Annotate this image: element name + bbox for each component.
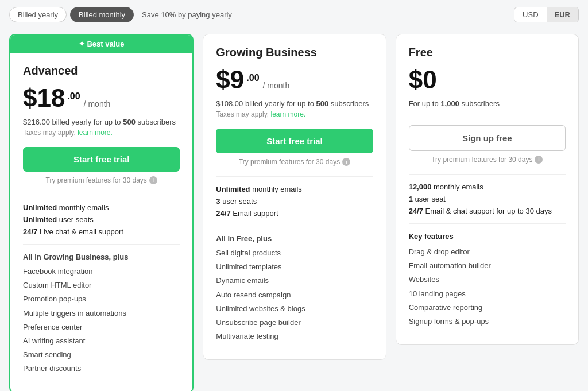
free-key-features-label: Key features xyxy=(409,232,566,241)
free-desc: For up to 1,000 subscribers xyxy=(409,99,566,108)
best-value-label: ✦ Best value xyxy=(79,40,125,48)
free-highlight-1: 1 user seat xyxy=(409,195,566,203)
growing-plan-name: Growing Business xyxy=(216,46,373,59)
growing-price-billed: $108.00 billed yearly for up to 500 subs… xyxy=(216,99,373,108)
list-item: Sell digital products xyxy=(216,246,373,260)
list-item: Email automation builder xyxy=(409,259,566,273)
growing-highlight-0: Unlimited monthly emails xyxy=(216,185,373,193)
free-price-row: $0 xyxy=(409,67,566,92)
list-item: AI writing assistant xyxy=(23,334,180,348)
advanced-price-main: $18 xyxy=(23,86,65,111)
save-note: Save 10% by paying yearly xyxy=(142,10,232,19)
growing-price-main: $9 xyxy=(216,67,244,92)
advanced-billed-strong: 500 xyxy=(123,118,136,126)
growing-features-list: Sell digital products Unlimited template… xyxy=(216,246,373,343)
growing-taxes-text: Taxes may apply, xyxy=(216,110,269,118)
list-item: Signup forms & pop-ups xyxy=(409,315,566,328)
list-item: Preference center xyxy=(23,320,180,334)
list-item: Drag & drop editor xyxy=(409,245,566,259)
advanced-info-icon: i xyxy=(149,176,157,184)
list-item: Facebook integration xyxy=(23,265,180,278)
list-item: Auto resend campaign xyxy=(216,288,373,302)
advanced-price-billed: $216.00 billed yearly for up to 500 subs… xyxy=(23,118,180,126)
free-price-main: $0 xyxy=(409,67,437,92)
growing-cta-button[interactable]: Start free trial xyxy=(216,129,373,153)
advanced-price-cents: .00 xyxy=(67,91,80,102)
growing-price-row: $9 .00 / month xyxy=(216,67,373,92)
growing-learn-more[interactable]: learn more. xyxy=(271,110,306,118)
advanced-billed-suffix: subscribers xyxy=(138,118,176,126)
growing-taxes-note: Taxes may apply, learn more. xyxy=(216,110,373,118)
advanced-plan-body: Advanced $18 .00 / month $216.00 billed … xyxy=(10,53,192,391)
growing-billed-note: $108.00 billed yearly for up to xyxy=(216,99,314,108)
advanced-price-period: / month xyxy=(84,99,111,109)
list-item: Promotion pop-ups xyxy=(23,292,180,306)
advanced-cta-button[interactable]: Start free trial xyxy=(23,147,180,172)
advanced-plan-name: Advanced xyxy=(23,64,180,78)
free-highlights: 12,000 monthly emails 1 user seat 24/7 E… xyxy=(409,183,566,215)
free-trial-note: Try premium features for 30 days i xyxy=(409,156,566,164)
advanced-highlight-0: Unlimited monthly emails xyxy=(23,203,180,212)
advanced-features-list: Facebook integration Custom HTML editor … xyxy=(23,265,180,376)
advanced-taxes-text: Taxes may apply, xyxy=(23,129,76,137)
list-item: 10 landing pages xyxy=(409,287,566,301)
plan-card-free: Free $0 For up to 1,000 subscribers Sign… xyxy=(396,34,579,345)
plan-card-growing: Growing Business $9 .00 / month $108.00 … xyxy=(203,34,386,360)
plan-card-advanced: ✦ Best value Advanced $18 .00 / month $2… xyxy=(9,34,194,391)
best-value-banner: ✦ Best value xyxy=(10,35,192,53)
advanced-highlights: Unlimited monthly emails Unlimited user … xyxy=(23,203,180,236)
growing-plan-body: Growing Business $9 .00 / month $108.00 … xyxy=(203,34,385,359)
growing-trial-note: Try premium features for 30 days i xyxy=(216,158,373,166)
list-item: Multivariate testing xyxy=(216,330,373,343)
list-item: Websites xyxy=(409,273,566,287)
free-highlight-2: 24/7 Email & chat support for up to 30 d… xyxy=(409,207,566,215)
free-info-icon: i xyxy=(535,156,543,164)
list-item: Partner discounts xyxy=(23,362,180,375)
growing-highlight-2: 24/7 Email support xyxy=(216,209,373,218)
advanced-learn-more[interactable]: learn more. xyxy=(78,129,113,137)
list-item: Unlimited websites & blogs xyxy=(216,302,373,316)
list-item: Comparative reporting xyxy=(409,301,566,315)
list-item: Smart sending xyxy=(23,348,180,362)
billing-toggle: Billed yearly Billed monthly Save 10% by… xyxy=(9,7,232,22)
growing-price-cents: .00 xyxy=(246,73,259,83)
growing-billed-suffix: subscribers xyxy=(331,99,369,108)
plans-container: ✦ Best value Advanced $18 .00 / month $2… xyxy=(9,34,579,391)
eur-button[interactable]: EUR xyxy=(547,7,578,22)
advanced-taxes-note: Taxes may apply, learn more. xyxy=(23,129,180,137)
list-item: Unsubscribe page builder xyxy=(216,316,373,330)
advanced-highlight-2: 24/7 Live chat & email support xyxy=(23,227,180,236)
billed-yearly-button[interactable]: Billed yearly xyxy=(9,7,67,22)
growing-info-icon: i xyxy=(342,158,350,166)
list-item: Unlimited templates xyxy=(216,260,373,274)
list-item: Multiple triggers in automations xyxy=(23,307,180,320)
list-item: Dynamic emails xyxy=(216,274,373,288)
top-bar: Billed yearly Billed monthly Save 10% by… xyxy=(9,7,579,22)
usd-button[interactable]: USD xyxy=(514,7,546,22)
free-plan-name: Free xyxy=(409,46,566,59)
list-item: Custom HTML editor xyxy=(23,278,180,292)
advanced-section-label: All in Growing Business, plus xyxy=(23,253,180,261)
free-features-list: Drag & drop editor Email automation buil… xyxy=(409,245,566,328)
growing-billed-strong: 500 xyxy=(316,99,329,108)
growing-highlights: Unlimited monthly emails 3 user seats 24… xyxy=(216,185,373,218)
growing-highlight-1: 3 user seats xyxy=(216,197,373,206)
free-highlight-0: 12,000 monthly emails xyxy=(409,183,566,191)
advanced-highlight-1: Unlimited user seats xyxy=(23,215,180,224)
advanced-price-row: $18 .00 / month xyxy=(23,86,180,111)
free-cta-button[interactable]: Sign up free xyxy=(409,125,566,151)
billed-monthly-button[interactable]: Billed monthly xyxy=(70,7,134,22)
free-plan-body: Free $0 For up to 1,000 subscribers Sign… xyxy=(396,34,578,344)
advanced-trial-note: Try premium features for 30 days i xyxy=(23,176,180,184)
growing-section-label: All in Free, plus xyxy=(216,234,373,243)
currency-toggle: USD EUR xyxy=(514,7,579,22)
growing-price-period: / month xyxy=(263,81,290,90)
advanced-billed-note: $216.00 billed yearly for up to xyxy=(23,118,121,126)
